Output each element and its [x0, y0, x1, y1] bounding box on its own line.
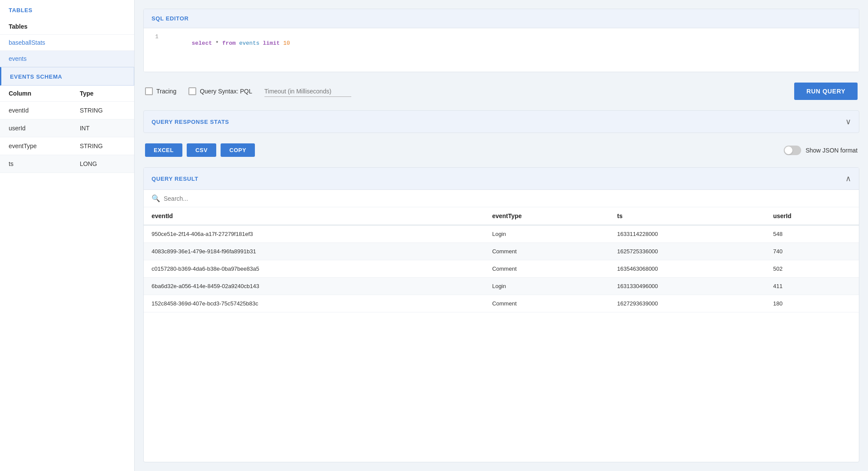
- table-cell: 1625725336000: [609, 243, 765, 260]
- schema-col-header: Column: [0, 86, 71, 102]
- result-table: eventIdeventTypetsuserId 950ce51e-2f14-4…: [144, 207, 859, 312]
- table-row: c0157280-b369-4da6-b38e-0ba97bee83a5Comm…: [144, 260, 859, 278]
- query-syntax-checkbox[interactable]: [188, 87, 196, 95]
- table-row: 6ba6d32e-a056-414e-8459-02a9240cb143Logi…: [144, 278, 859, 295]
- tracing-checkbox[interactable]: [145, 87, 153, 95]
- schema-column-type: STRING: [71, 137, 134, 155]
- schema-column-name: eventId: [0, 102, 71, 119]
- controls-row: Tracing Query Syntax: PQL RUN QUERY: [143, 79, 859, 103]
- sql-editor-panel: SQL EDITOR 1 select * from events limit …: [143, 9, 859, 72]
- table-cell: 4083c899-36e1-479e-9184-f96fa8991b31: [144, 243, 484, 260]
- table-cell: 1635463068000: [609, 260, 765, 278]
- query-response-stats-header[interactable]: QUERY RESPONSE STATS ∨: [144, 111, 859, 133]
- search-icon: 🔍: [152, 194, 160, 202]
- table-cell: 1633114228000: [609, 225, 765, 243]
- result-col-header: eventType: [484, 207, 609, 225]
- tracing-label: Tracing: [156, 88, 176, 95]
- table-cell: 1631330496000: [609, 278, 765, 295]
- excel-button[interactable]: EXCEL: [145, 143, 182, 157]
- schema-column-name: eventType: [0, 137, 71, 155]
- json-format-toggle[interactable]: [784, 146, 801, 155]
- result-col-header: userId: [765, 207, 859, 225]
- table-row: 950ce51e-2f14-406a-a17f-27279f181ef3Logi…: [144, 225, 859, 243]
- sql-query-text[interactable]: select * from events limit 10: [165, 33, 290, 66]
- table-cell: Comment: [484, 260, 609, 278]
- search-row: 🔍: [144, 190, 859, 207]
- schema-column-name: userId: [0, 119, 71, 137]
- schema-row: eventType STRING: [0, 137, 134, 155]
- timeout-input[interactable]: [264, 86, 351, 97]
- query-syntax-label: Query Syntax: PQL: [200, 88, 252, 95]
- table-row: 152c8458-369d-407e-bcd3-75c57425b83cComm…: [144, 295, 859, 312]
- schema-column-name: ts: [0, 155, 71, 173]
- schema-row: userId INT: [0, 119, 134, 137]
- table-cell: Login: [484, 225, 609, 243]
- json-format-label: Show JSON format: [805, 147, 858, 154]
- schema-column-type: INT: [71, 119, 134, 137]
- query-result-title: QUERY RESULT: [152, 176, 198, 182]
- tables-section-header: TABLES: [0, 0, 134, 19]
- table-cell: 950ce51e-2f14-406a-a17f-27279f181ef3: [144, 225, 484, 243]
- table-cell: 411: [765, 278, 859, 295]
- query-result-chevron-icon: ∧: [845, 174, 851, 183]
- table-row: 4083c899-36e1-479e-9184-f96fa8991b31Comm…: [144, 243, 859, 260]
- result-col-header: ts: [609, 207, 765, 225]
- sql-editor-header: SQL EDITOR: [144, 9, 859, 28]
- table-cell: 180: [765, 295, 859, 312]
- table-cell: 548: [765, 225, 859, 243]
- table-cell: Login: [484, 278, 609, 295]
- table-cell: Comment: [484, 295, 609, 312]
- sql-editor-body[interactable]: 1 select * from events limit 10: [144, 28, 859, 72]
- table-cell: c0157280-b369-4da6-b38e-0ba97bee83a5: [144, 260, 484, 278]
- run-query-button[interactable]: RUN QUERY: [794, 83, 858, 100]
- main-content: SQL EDITOR 1 select * from events limit …: [135, 0, 868, 471]
- query-syntax-group: Query Syntax: PQL: [188, 87, 252, 95]
- csv-button[interactable]: CSV: [187, 143, 216, 157]
- schema-type-header: Type: [71, 86, 134, 102]
- tracing-group: Tracing: [145, 87, 176, 95]
- query-response-stats-panel: QUERY RESPONSE STATS ∨: [143, 110, 859, 133]
- schema-row: eventId STRING: [0, 102, 134, 119]
- search-input[interactable]: [164, 195, 851, 202]
- table-cell: Comment: [484, 243, 609, 260]
- export-row: EXCEL CSV COPY Show JSON format: [143, 140, 859, 160]
- schema-row: ts LONG: [0, 155, 134, 173]
- sidebar-item-baseballstats[interactable]: baseballStats: [0, 35, 134, 51]
- tables-label: Tables: [0, 19, 134, 35]
- table-cell: 6ba6d32e-a056-414e-8459-02a9240cb143: [144, 278, 484, 295]
- table-cell: 152c8458-369d-407e-bcd3-75c57425b83c: [144, 295, 484, 312]
- schema-column-type: STRING: [71, 102, 134, 119]
- schema-column-type: LONG: [71, 155, 134, 173]
- line-number: 1: [152, 33, 158, 66]
- result-col-header: eventId: [144, 207, 484, 225]
- table-cell: 502: [765, 260, 859, 278]
- sidebar-item-events[interactable]: events: [0, 51, 134, 67]
- query-response-stats-title: QUERY RESPONSE STATS: [152, 119, 229, 125]
- table-cell: 1627293639000: [609, 295, 765, 312]
- query-response-chevron-icon: ∨: [845, 117, 851, 126]
- schema-table: Column Type eventId STRING userId INT ev…: [0, 86, 134, 173]
- schema-section-header: EVENTS SCHEMA: [0, 67, 134, 86]
- json-toggle-group: Show JSON format: [784, 146, 858, 155]
- sidebar: TABLES Tables baseballStats events EVENT…: [0, 0, 135, 471]
- query-result-panel: QUERY RESULT ∧ 🔍 eventIdeventTypetsuserI…: [143, 167, 859, 462]
- table-cell: 740: [765, 243, 859, 260]
- copy-button[interactable]: COPY: [221, 143, 255, 157]
- query-result-header[interactable]: QUERY RESULT ∧: [144, 168, 859, 190]
